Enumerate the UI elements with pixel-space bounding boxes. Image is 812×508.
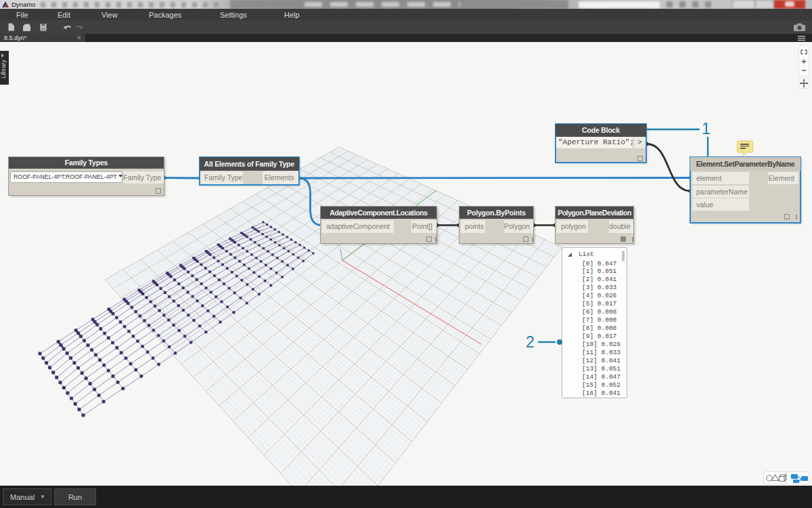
svg-text:1: 1 <box>702 120 710 137</box>
svg-text:2: 2 <box>526 333 535 351</box>
